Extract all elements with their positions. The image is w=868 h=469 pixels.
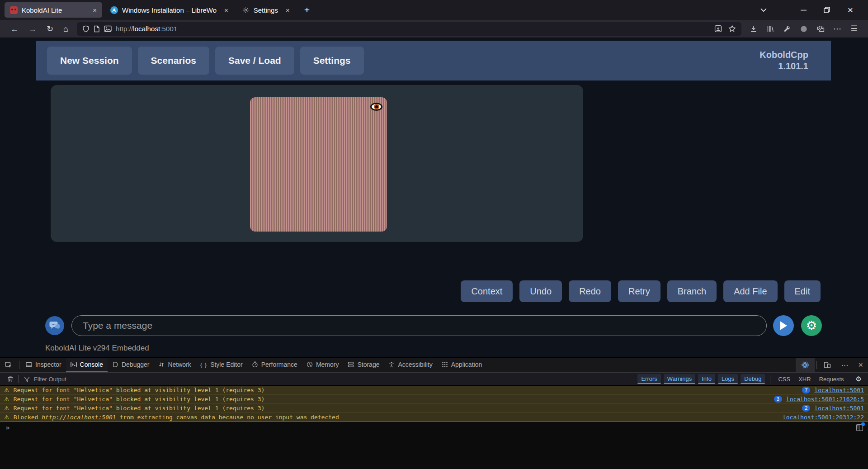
filter-logs-button[interactable]: Logs (718, 374, 738, 384)
tab-list-chevron-icon[interactable] (760, 6, 768, 14)
minimize-button[interactable] (799, 6, 807, 14)
inspector-icon (26, 361, 32, 368)
restore-button[interactable] (823, 6, 831, 14)
console-message-text: Blocked http://localhost:5001 from extra… (14, 414, 778, 421)
separator (770, 375, 770, 383)
gear-favicon (242, 6, 250, 14)
console-input-line[interactable]: » (0, 422, 868, 433)
tab-title: Settings (254, 6, 278, 14)
downloads-icon[interactable] (750, 25, 758, 33)
console-icon (71, 361, 77, 368)
brand-version: 1.101.1 (760, 61, 808, 72)
url-scheme: http:// (116, 25, 133, 33)
quick-settings-button[interactable]: ⚙ (801, 315, 822, 336)
redo-button[interactable]: Redo (569, 280, 611, 302)
tab-close-icon[interactable]: × (286, 7, 290, 14)
filter-requests-button[interactable]: Requests (819, 376, 844, 383)
message-input[interactable] (71, 315, 767, 336)
url-text: http://localhost:5001 (116, 25, 177, 33)
new-session-button[interactable]: New Session (47, 47, 132, 75)
close-button[interactable]: × (846, 6, 854, 14)
filter-debug-button[interactable]: Debug (741, 374, 765, 384)
warning-icon: ⚠ (4, 414, 9, 421)
devtools-close-icon[interactable]: × (853, 360, 868, 370)
tab-koboldai[interactable]: KoboldAI Lite × (5, 2, 102, 18)
koboldcpp-version: KoboldCpp 1.101.1 (760, 49, 820, 72)
overflow-menu-icon[interactable]: ⋯ (833, 25, 841, 33)
edit-button[interactable]: Edit (784, 280, 821, 302)
urlbar-actions (714, 25, 736, 33)
adblock-extension-icon[interactable] (800, 25, 808, 33)
filter-info-button[interactable]: Info (698, 374, 715, 384)
devtools-tab-accessibility[interactable]: Accessibility (384, 358, 437, 372)
devtools-menu-icon[interactable]: ⋯ (836, 361, 853, 370)
add-file-button[interactable]: Add File (723, 280, 777, 302)
settings-button[interactable]: Settings (300, 47, 364, 75)
filter-css-button[interactable]: CSS (778, 376, 790, 383)
devtools-tab-debugger[interactable]: Debugger (108, 358, 154, 372)
devtools-extension-atom-icon[interactable] (796, 358, 815, 372)
send-button[interactable] (773, 315, 794, 336)
source-location-link[interactable]: localhost:5001:21626:5 (786, 396, 864, 403)
extensions-puzzle-icon[interactable] (816, 25, 825, 33)
send-play-icon (779, 321, 788, 331)
forward-button[interactable]: → (24, 25, 42, 33)
tab-librewolf-installation[interactable]: Windows Installation – LibreWo × (105, 2, 234, 18)
devtools-tab-network[interactable]: Network (154, 358, 195, 372)
devtools-tab-console[interactable]: Console (66, 358, 108, 372)
home-button[interactable]: ⌂ (58, 25, 73, 33)
clear-console-trash-icon[interactable] (5, 376, 16, 383)
devtools-tab-performance[interactable]: Performance (247, 358, 302, 372)
message-count-badge: 2 (802, 405, 810, 412)
filter-errors-button[interactable]: Errors (637, 374, 660, 384)
save-load-button[interactable]: Save / Load (215, 47, 294, 75)
split-console-panel-icon[interactable] (856, 424, 863, 431)
eye-icon[interactable] (370, 103, 382, 111)
memory-gauge-icon (307, 361, 313, 368)
tab-close-icon[interactable]: × (93, 7, 97, 14)
chat-mode-button[interactable] (45, 316, 64, 335)
devtools-tab-style-editor[interactable]: { } Style Editor (196, 358, 247, 372)
generated-image[interactable] (250, 97, 387, 232)
canvas-permission-image-icon[interactable] (104, 25, 112, 32)
save-page-icon[interactable] (714, 25, 722, 33)
url-port: :5001 (160, 25, 177, 33)
devtools-tab-memory[interactable]: Memory (302, 358, 344, 372)
branch-button[interactable]: Branch (667, 280, 717, 302)
separator (852, 375, 852, 383)
bookmark-star-icon[interactable] (728, 25, 736, 33)
filter-xhr-button[interactable]: XHR (798, 376, 811, 383)
back-button[interactable]: ← (5, 25, 24, 33)
devtools-tab-inspector[interactable]: Inspector (21, 358, 66, 372)
console-message-text: Request for font "Helvetica" blocked at … (14, 387, 798, 393)
retry-button[interactable]: Retry (618, 280, 660, 302)
app-version-footer: KoboldAI Lite v294 Embedded (45, 344, 149, 353)
responsive-design-mode-icon[interactable] (819, 361, 836, 369)
tab-close-icon[interactable]: × (224, 7, 228, 14)
source-location-link[interactable]: localhost:5001 (814, 405, 864, 412)
accessibility-person-icon (388, 361, 395, 368)
source-location-link[interactable]: localhost:5001 (814, 387, 864, 393)
filter-warnings-button[interactable]: Warnings (664, 374, 695, 384)
tab-settings[interactable]: Settings × (236, 2, 295, 18)
wrench-extension-icon[interactable] (783, 25, 791, 33)
console-settings-gear-icon[interactable]: ⚙ (856, 375, 863, 383)
warning-icon: ⚠ (4, 396, 9, 403)
url-bar[interactable]: http://localhost:5001 (77, 22, 741, 36)
scenarios-button[interactable]: Scenarios (138, 47, 209, 75)
new-tab-button[interactable]: + (301, 5, 313, 15)
undo-button[interactable]: Undo (519, 280, 562, 302)
context-button[interactable]: Context (461, 280, 513, 302)
source-location-link[interactable]: localhost:5001:20312:22 (783, 414, 864, 421)
hamburger-menu-icon[interactable]: ☰ (850, 25, 858, 33)
console-filter-bar: Errors Warnings Info Logs Debug CSS XHR … (0, 373, 868, 386)
devtools-tab-application[interactable]: Application (437, 358, 487, 372)
devtools-tab-storage[interactable]: Storage (343, 358, 384, 372)
blocked-url-link[interactable]: http://localhost:5001 (42, 414, 116, 421)
library-icon[interactable] (766, 25, 774, 33)
filter-output-input[interactable] (33, 375, 169, 383)
pick-element-icon[interactable] (0, 361, 17, 369)
page-info-icon[interactable] (94, 25, 100, 33)
reload-button[interactable]: ↻ (42, 25, 58, 33)
tracking-protection-shield-icon[interactable] (82, 25, 90, 33)
